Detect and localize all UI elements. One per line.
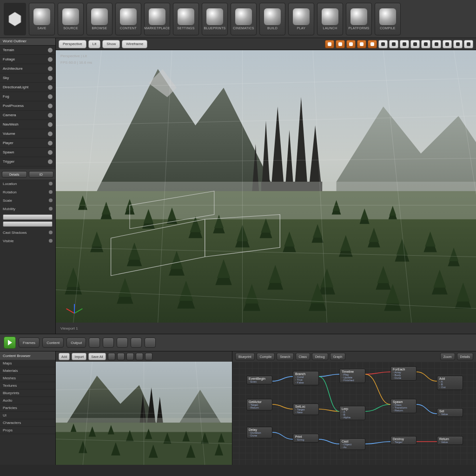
preview-icon-button[interactable]	[126, 353, 134, 360]
graph-node[interactable]: Branch◦ Cond◦ True◦ False	[293, 371, 319, 385]
content-folder[interactable]: Characters	[0, 419, 55, 427]
content-folder[interactable]: Props	[0, 427, 55, 434]
preview-button[interactable]: Import	[72, 353, 86, 360]
viewport-tool-icon[interactable]	[421, 40, 430, 48]
node-pin[interactable]: ◦ As	[342, 446, 363, 449]
strip-icon-button[interactable]	[117, 337, 128, 348]
graph-node[interactable]: Spawn◦ Class◦ Transform◦ Return	[390, 399, 416, 413]
content-browser-header[interactable]: Content Browser	[0, 351, 55, 360]
visibility-icon[interactable]	[48, 66, 53, 71]
viewport-tool-icon[interactable]	[336, 40, 345, 48]
preview-viewport[interactable]	[56, 362, 232, 465]
graph-toolbar-button[interactable]: Class	[296, 353, 311, 360]
graph-node[interactable]: ForEach◦ Array◦ Body◦ Done	[390, 366, 416, 381]
graph-toolbar-button[interactable]: Details	[457, 353, 473, 360]
strip-icon-button[interactable]	[89, 337, 100, 348]
toolbar-build-button[interactable]: Build	[259, 3, 285, 35]
visibility-icon[interactable]	[48, 48, 53, 53]
graph-node[interactable]: Timeline◦ Play◦ Update◦ Finished	[339, 369, 365, 383]
node-pin[interactable]: ◦ Finished	[342, 379, 363, 382]
viewport-tool-icon[interactable]	[368, 40, 377, 48]
toolbar-marketplace-button[interactable]: Marketplace	[144, 3, 170, 35]
property-row[interactable]: Rotation	[0, 188, 55, 196]
outliner-item[interactable]: Spawn	[0, 148, 55, 157]
outliner-item[interactable]: Camera	[0, 111, 55, 120]
graph-node[interactable]: Lerp◦ A◦ B◦ Alpha	[339, 406, 365, 420]
outliner-item[interactable]: Sky	[0, 73, 55, 83]
node-pin[interactable]: ◦ Return	[249, 406, 270, 409]
property-row[interactable]: Mobility	[0, 205, 55, 213]
toolbar-save-button[interactable]: Save	[29, 3, 55, 35]
visibility-icon[interactable]	[48, 76, 53, 80]
preview-icon-button[interactable]	[108, 353, 115, 360]
property-slider[interactable]	[3, 221, 53, 227]
outliner-item[interactable]: Foliage	[0, 55, 55, 64]
node-pin[interactable]: ◦ Value	[439, 441, 461, 443]
visibility-icon[interactable]	[48, 141, 53, 145]
viewport-mode-button[interactable]: Lit	[88, 40, 100, 48]
outliner-item[interactable]: Fog	[0, 92, 55, 101]
property-row[interactable]: Cast Shadows	[0, 228, 55, 237]
strip-button[interactable]: Output	[66, 337, 86, 348]
strip-icon-button[interactable]	[145, 337, 156, 348]
content-folder[interactable]: Meshes	[0, 375, 55, 382]
graph-toolbar-button[interactable]: Compile	[257, 353, 275, 360]
viewport-mode-button[interactable]: Perspective	[59, 40, 86, 48]
graph-toolbar-button[interactable]: Zoom	[440, 353, 455, 360]
toolbar-content-button[interactable]: Content	[115, 3, 141, 35]
main-viewport[interactable]: Perspective | Lit FPS 60.0 | 16.6 ms	[56, 50, 476, 323]
content-folder[interactable]: Audio	[0, 397, 55, 404]
node-pin[interactable]: ◦ Value	[439, 413, 461, 416]
preview-icon-button[interactable]	[145, 353, 152, 360]
viewport-tool-icon[interactable]	[389, 40, 398, 48]
outliner-item[interactable]: Trigger	[0, 157, 55, 166]
graph-node[interactable]: Print◦ String	[293, 434, 319, 443]
viewport-tool-icon[interactable]	[346, 40, 356, 48]
visibility-icon[interactable]	[48, 94, 53, 99]
play-button[interactable]	[4, 337, 16, 349]
node-pin[interactable]: ◦ False	[295, 381, 317, 384]
property-row[interactable]: Scale	[0, 196, 55, 205]
content-folder[interactable]: Materials	[0, 367, 55, 375]
graph-toolbar-button[interactable]: Blueprint	[235, 353, 255, 360]
outliner-tab[interactable]: World Outliner	[0, 38, 55, 46]
viewport-tool-icon[interactable]	[443, 40, 452, 48]
graph-node[interactable]: Destroy◦ Target	[390, 436, 416, 445]
preview-button[interactable]: Save All	[88, 353, 106, 360]
outliner-item[interactable]: PostProcess	[0, 101, 55, 111]
toolbar-settings-button[interactable]: Settings	[173, 3, 199, 35]
toolbar-browse-button[interactable]: Browse	[86, 3, 112, 35]
outliner-item[interactable]: Architecture	[0, 64, 55, 73]
viewport-mode-button[interactable]: Wireframe	[122, 40, 147, 48]
viewport-tool-icon[interactable]	[453, 40, 463, 48]
graph-node[interactable]: Cast◦ Object◦ As	[339, 438, 365, 450]
outliner-item[interactable]: Volume	[0, 129, 55, 139]
preview-button[interactable]: Add	[59, 353, 70, 360]
toolbar-play-button[interactable]: Play	[288, 3, 314, 35]
toolbar-cinematics-button[interactable]: Cinematics	[231, 3, 257, 35]
toolbar-compile-button[interactable]: Compile	[375, 3, 401, 35]
viewport-tool-icon[interactable]	[410, 40, 420, 48]
details-tab[interactable]: Details	[2, 171, 27, 178]
node-pin[interactable]: ◦ Done	[249, 434, 270, 437]
node-pin[interactable]: ◦ Target	[393, 441, 414, 443]
viewport-tool-icon[interactable]	[400, 40, 409, 48]
axis-gizmo[interactable]	[65, 295, 84, 313]
visibility-icon[interactable]	[48, 113, 53, 118]
node-pin[interactable]: ◦ Exec	[249, 380, 270, 383]
visibility-icon[interactable]	[48, 159, 53, 164]
strip-button[interactable]: Content	[42, 337, 64, 348]
toolbar-blueprints-button[interactable]: Blueprints	[202, 3, 228, 35]
visibility-icon[interactable]	[48, 122, 53, 127]
toolbar-launch-button[interactable]: Launch	[317, 3, 343, 35]
viewport-tool-icon[interactable]	[432, 40, 441, 48]
content-folder[interactable]: UI	[0, 412, 55, 419]
content-folder[interactable]: Textures	[0, 382, 55, 390]
details-tab[interactable]: ID	[29, 171, 54, 178]
outliner-item[interactable]: Player	[0, 139, 55, 148]
strip-button[interactable]: Frames	[19, 337, 40, 348]
viewport-tool-icon[interactable]	[325, 40, 334, 48]
node-pin[interactable]: ◦ String	[295, 438, 317, 441]
graph-toolbar-button[interactable]: Graph	[330, 353, 345, 360]
visibility-icon[interactable]	[48, 85, 53, 90]
